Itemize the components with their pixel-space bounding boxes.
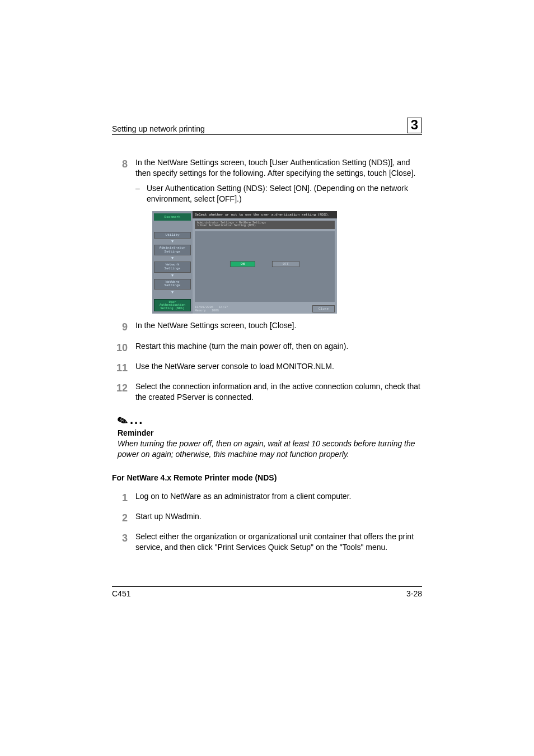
step-number: 10 bbox=[112, 341, 128, 354]
dash: – bbox=[135, 183, 141, 204]
nav-arrow-icon: ▼ bbox=[154, 291, 191, 295]
running-title: Setting up network printing bbox=[112, 124, 205, 133]
status-time: 14:37 bbox=[219, 305, 228, 309]
nav-utility[interactable]: Utility bbox=[154, 232, 191, 239]
nav-arrow-icon: ▼ bbox=[154, 274, 191, 278]
ellipsis-icon: ... bbox=[130, 413, 143, 427]
step-8: 8 In the NetWare Settings screen, touch … bbox=[112, 157, 422, 179]
step-b2: 2 Start up NWadmin. bbox=[112, 511, 422, 525]
step-number: 12 bbox=[112, 381, 128, 403]
step-text: Log on to NetWare as an administrator fr… bbox=[135, 491, 422, 505]
status-bar: 11/09/2006 14:37 Memory 100% Close bbox=[193, 304, 337, 314]
step-text: In the NetWare Settings screen, touch [U… bbox=[135, 157, 422, 179]
reminder-body: When turning the power off, then on agai… bbox=[118, 438, 422, 460]
step-text: Restart this machine (turn the main powe… bbox=[135, 341, 422, 354]
device-main: Select whether or not to use the user au… bbox=[193, 211, 337, 314]
bookmark-tab[interactable]: Bookmark bbox=[154, 213, 191, 221]
nav-admin-settings[interactable]: Administrator Settings bbox=[154, 245, 191, 255]
step-11: 11 Use the NetWare server console to loa… bbox=[112, 361, 422, 375]
chapter-number: 3 bbox=[407, 118, 422, 133]
reminder-label: Reminder bbox=[118, 428, 422, 437]
nav-netware-settings[interactable]: NetWare Settings bbox=[154, 279, 191, 290]
step-text: Use the NetWare server console to load M… bbox=[135, 361, 422, 375]
pencil-icon: ✎ bbox=[116, 413, 129, 428]
nav-arrow-icon: ▼ bbox=[154, 240, 191, 244]
step-text: Select either the organization or organi… bbox=[135, 531, 422, 553]
step-number: 9 bbox=[112, 320, 128, 334]
nav-user-auth-nds[interactable]: User Authentication Setting (NDS) bbox=[154, 299, 191, 312]
memory-label: Memory bbox=[195, 309, 206, 312]
off-button[interactable]: OFF bbox=[272, 261, 299, 267]
close-button[interactable]: Close bbox=[312, 305, 335, 312]
step-text: Select the connection information and, i… bbox=[135, 381, 422, 403]
footer-model: C451 bbox=[112, 589, 130, 598]
step-10: 10 Restart this machine (turn the main p… bbox=[112, 341, 422, 354]
nav-network-settings[interactable]: Network Settings bbox=[154, 262, 191, 272]
step-text: In the NetWare Settings screen, touch [C… bbox=[135, 320, 422, 334]
step-number: 3 bbox=[112, 531, 128, 553]
device-screen: Bookmark Utility ▼ Administrator Setting… bbox=[152, 211, 337, 314]
device-screenshot: Bookmark Utility ▼ Administrator Setting… bbox=[152, 211, 422, 314]
instruction-bar: Select whether or not to use the user au… bbox=[193, 211, 337, 218]
step-number: 2 bbox=[112, 511, 128, 525]
reminder-note: ✎ ... Reminder When turning the power of… bbox=[118, 413, 422, 460]
nav-arrow-icon: ▼ bbox=[154, 256, 191, 260]
memory-value: 100% bbox=[212, 309, 219, 312]
footer-page: 3-28 bbox=[406, 589, 422, 598]
step-b1: 1 Log on to NetWare as an administrator … bbox=[112, 491, 422, 505]
step-number: 8 bbox=[112, 157, 128, 179]
on-button[interactable]: ON bbox=[230, 261, 255, 267]
device-sidebar: Bookmark Utility ▼ Administrator Setting… bbox=[152, 211, 193, 314]
step-text: Start up NWadmin. bbox=[135, 511, 422, 525]
step-number: 11 bbox=[112, 361, 128, 375]
running-head: Setting up network printing 3 bbox=[112, 118, 422, 135]
settings-panel: ON OFF bbox=[195, 231, 335, 302]
breadcrumb: Administrator Settings > NetWare Setting… bbox=[195, 221, 335, 229]
step-number: 1 bbox=[112, 491, 128, 505]
step-9: 9 In the NetWare Settings screen, touch … bbox=[112, 320, 422, 334]
section-heading: For NetWare 4.x Remote Printer mode (NDS… bbox=[112, 473, 422, 482]
step-12: 12 Select the connection information and… bbox=[112, 381, 422, 403]
step-b3: 3 Select either the organization or orga… bbox=[112, 531, 422, 553]
page-footer: C451 3-28 bbox=[112, 586, 422, 598]
step-8-subitem: – User Authentication Setting (NDS): Sel… bbox=[135, 183, 422, 204]
subitem-text: User Authentication Setting (NDS): Selec… bbox=[147, 183, 422, 204]
